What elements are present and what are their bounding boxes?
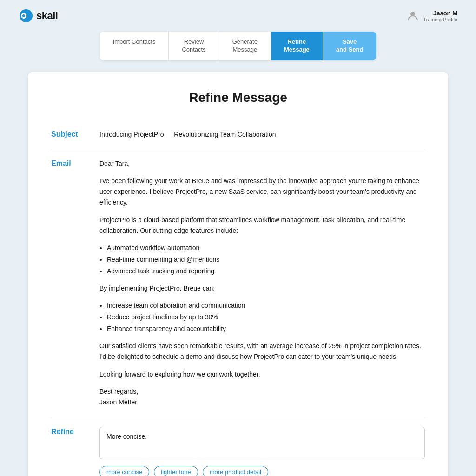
chip-lighter-tone[interactable]: lighter tone xyxy=(154,466,198,476)
subject-label: Subject xyxy=(51,129,88,139)
email-para5: Looking forward to exploring how we can … xyxy=(99,369,425,380)
refine-right: More concise. more concise lighter tone … xyxy=(99,427,425,476)
bullet-item: Real-time commenting and @mentions xyxy=(107,254,425,265)
logo: skail xyxy=(19,8,58,23)
step-import-contacts[interactable]: Import Contacts xyxy=(100,32,169,60)
email-greeting: Dear Tara, xyxy=(99,159,425,169)
email-label: Email xyxy=(51,159,88,168)
user-info[interactable]: Jason M Training Profile xyxy=(406,9,457,22)
bullet-item: Automated workflow automation xyxy=(107,243,425,253)
email-para3: By implementing ProjectPro, Breue can: xyxy=(99,283,425,294)
chip-more-concise[interactable]: more concise xyxy=(99,466,149,476)
page-title: Refine Message xyxy=(51,90,425,105)
refine-textarea[interactable]: More concise. xyxy=(99,427,425,459)
email-content: Dear Tara, I've been following your work… xyxy=(99,159,425,408)
refine-label: Refine xyxy=(51,427,88,436)
step-refine-message[interactable]: RefineMessage xyxy=(271,32,323,60)
bullet-item: Enhance transparency and accountability xyxy=(107,324,425,334)
refine-section: Refine More concise. more concise lighte… xyxy=(51,417,425,476)
email-para2: ProjectPro is a cloud-based platform tha… xyxy=(99,215,425,236)
chip-more-product-detail[interactable]: more product detail xyxy=(203,466,268,476)
email-bullets2: Increase team collaboration and communic… xyxy=(107,300,425,334)
step-save-and-send[interactable]: Saveand Send xyxy=(323,32,377,60)
user-role: Training Profile xyxy=(423,17,457,22)
svg-point-2 xyxy=(22,14,25,17)
user-avatar-icon xyxy=(406,9,419,22)
step-generate-message[interactable]: GenerateMessage xyxy=(219,32,271,60)
subject-row: Subject Introducing ProjectPro — Revolut… xyxy=(51,120,425,149)
bullet-item: Advanced task tracking and reporting xyxy=(107,266,425,277)
email-para1: I've been following your work at Breue a… xyxy=(99,176,425,208)
user-details: Jason M Training Profile xyxy=(423,10,457,22)
bullet-item: Reduce project timelines by up to 30% xyxy=(107,312,425,323)
email-bullets1: Automated workflow automation Real-time … xyxy=(107,243,425,277)
user-name: Jason M xyxy=(423,10,457,17)
subject-value: Introducing ProjectPro — Revolutionizing… xyxy=(99,129,425,139)
logo-text: skail xyxy=(36,10,58,22)
email-row: Email Dear Tara, I've been following you… xyxy=(51,149,425,417)
header: skail Jason M Training Profile xyxy=(0,0,476,32)
stepper-container: Import Contacts ReviewContacts GenerateM… xyxy=(0,32,476,60)
email-para4: Our satisfied clients have seen remarkab… xyxy=(99,341,425,362)
email-closing: Best regards,Jason Metter xyxy=(99,386,425,408)
stepper: Import Contacts ReviewContacts GenerateM… xyxy=(100,32,377,60)
main-card: Refine Message Subject Introducing Proje… xyxy=(28,72,448,476)
step-review-contacts[interactable]: ReviewContacts xyxy=(169,32,219,60)
bullet-item: Increase team collaboration and communic… xyxy=(107,300,425,311)
logo-icon xyxy=(19,8,33,23)
refine-chips: more concise lighter tone more product d… xyxy=(99,466,425,476)
